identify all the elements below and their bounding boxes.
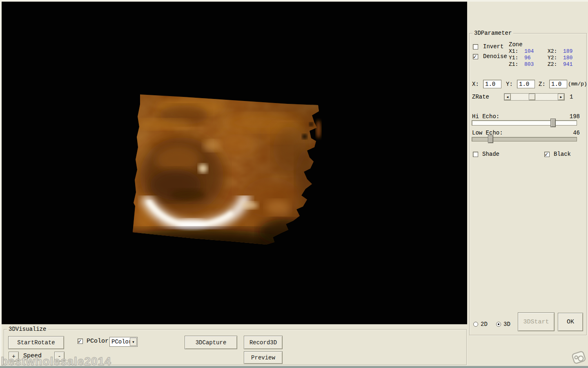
zone-y1-label: Y1:	[509, 55, 518, 61]
hi-echo-slider[interactable]	[472, 120, 577, 126]
ultrasound-render	[2, 2, 467, 324]
shade-label: Shade	[482, 151, 499, 157]
zone-x1-value: 104	[524, 48, 534, 54]
zone-z1-value: 803	[524, 61, 534, 67]
hi-echo-track[interactable]	[472, 120, 577, 126]
preview-button[interactable]: Preview	[244, 351, 283, 364]
low-echo-value: 46	[568, 130, 580, 136]
3dcapture-button[interactable]: 3DCapture	[185, 336, 237, 349]
mode-2d-label: 2D	[481, 321, 488, 328]
zrate-left-arrow-icon[interactable]: ◄	[504, 94, 511, 100]
mode-2d-radio[interactable]	[473, 322, 478, 327]
hi-echo-value: 198	[568, 114, 580, 120]
zone-z2-label: Z2:	[548, 61, 557, 67]
zone-y2-value: 180	[563, 55, 572, 61]
scale-x-input[interactable]	[483, 80, 501, 88]
low-echo-thumb[interactable]	[488, 135, 493, 143]
bottom-border	[0, 366, 588, 368]
record3d-button[interactable]: Record3D	[244, 336, 283, 349]
zrate-thumb[interactable]	[529, 94, 535, 100]
zone-y2-label: Y2:	[548, 55, 557, 61]
zone-x1-label: X1:	[509, 48, 518, 54]
visualize-group-title: 3DVisualize	[7, 326, 48, 332]
pcolor-checkbox[interactable]	[78, 339, 83, 344]
pcolor-dropdown[interactable]: PColor ▼	[109, 337, 138, 347]
scale-z-input[interactable]	[549, 80, 567, 88]
render-viewport[interactable]	[2, 2, 467, 324]
zone-y1-value: 96	[524, 55, 531, 61]
watermark-stamp-icon	[570, 350, 588, 366]
low-echo-slider[interactable]	[472, 137, 577, 141]
ok-button[interactable]: OK	[558, 313, 583, 331]
zrate-right-arrow-icon[interactable]: ►	[558, 94, 564, 100]
pcolor-label: PColor	[87, 338, 109, 344]
zone-x2-label: X2:	[548, 48, 557, 54]
zrate-label: ZRate	[472, 94, 489, 100]
dropdown-arrow-icon[interactable]: ▼	[130, 338, 137, 346]
3dstart-button[interactable]: 3DStart	[518, 312, 555, 331]
zrate-value: 1	[570, 94, 573, 100]
black-checkbox[interactable]	[544, 152, 550, 157]
invert-checkbox[interactable]	[473, 44, 478, 49]
scale-y-label: Y:	[506, 81, 513, 88]
zone-x2-value: 189	[563, 48, 572, 54]
denoise-checkbox[interactable]	[473, 54, 478, 59]
scale-x-label: X:	[472, 81, 479, 88]
zrate-scrollbar[interactable]: ◄ ►	[504, 93, 565, 101]
hi-echo-thumb[interactable]	[550, 119, 556, 127]
mode-3d-radio[interactable]	[496, 322, 501, 327]
scale-unit-label: (mm/p)	[568, 81, 587, 87]
scale-y-input[interactable]	[517, 80, 535, 88]
pcolor-dropdown-value: PColor	[111, 339, 132, 345]
zone-z1-label: Z1:	[509, 61, 518, 67]
shade-checkbox[interactable]	[473, 152, 478, 157]
zone-z2-value: 941	[563, 61, 572, 67]
black-label: Black	[554, 151, 571, 157]
parameter-groupbox: 3DParameter	[469, 33, 587, 335]
invert-label: Invert	[483, 44, 503, 50]
start-rotate-button[interactable]: StartRotate	[8, 336, 64, 349]
hi-echo-label: Hi Echo:	[472, 114, 499, 120]
zone-title: Zone	[509, 42, 523, 48]
denoise-label: Denoise	[483, 54, 507, 60]
scale-z-label: Z:	[539, 81, 546, 88]
parameter-group-title: 3DParameter	[472, 30, 513, 36]
mode-3d-label: 3D	[503, 321, 510, 328]
